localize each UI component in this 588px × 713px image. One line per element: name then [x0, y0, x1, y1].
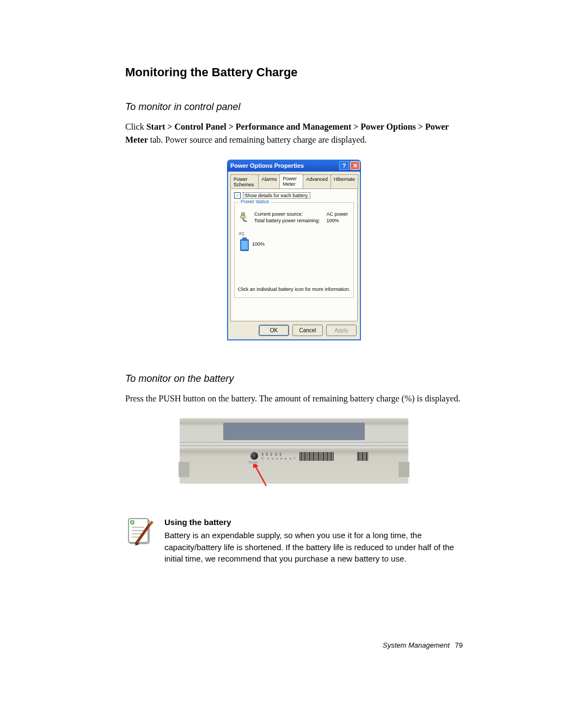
- section1-title: To monitor in control panel: [125, 101, 463, 113]
- led-strip: ▮ ▮ ▮ ▮ ▮ E ◂ ◂ ◂ ◂ ◂ ◂ F: [261, 452, 297, 461]
- battery-groove-2: [180, 446, 408, 447]
- tab-advanced[interactable]: Advanced: [303, 174, 331, 189]
- tab-power-meter[interactable]: Power Meter: [279, 174, 303, 188]
- checkbox-icon[interactable]: ✓: [234, 192, 241, 199]
- tab-hibernate[interactable]: Hibernate: [330, 174, 358, 189]
- total-remaining-value: 100%: [327, 218, 349, 223]
- footer-label: System Management: [383, 641, 450, 649]
- ok-button[interactable]: OK: [259, 325, 289, 336]
- checkbox-label: Show details for each battery.: [243, 192, 310, 199]
- group-title: Power status: [239, 199, 271, 204]
- battery-end-left: [179, 462, 189, 477]
- barcode-2: [357, 452, 379, 461]
- note-title: Using the battery: [164, 516, 463, 528]
- svg-rect-1: [242, 237, 247, 239]
- battery-percent: 100%: [252, 241, 265, 247]
- cancel-button[interactable]: Cancel: [292, 325, 323, 336]
- footer: System Management 79: [125, 641, 463, 649]
- power-status-group: Power status Current power source: AC po…: [234, 202, 354, 298]
- section2-title: To monitor on the battery: [125, 373, 463, 385]
- plug-icon: [239, 211, 251, 223]
- tab-strip: Power Schemes Alarms Power Meter Advance…: [230, 174, 358, 188]
- push-button[interactable]: [250, 452, 258, 460]
- total-remaining-label: Total battery power remaining:: [254, 218, 321, 223]
- status-row: Current power source: AC power Total bat…: [239, 211, 349, 223]
- tab-power-schemes[interactable]: Power Schemes: [230, 174, 259, 189]
- section1-text: Click Start > Control Panel > Performanc…: [125, 120, 463, 147]
- apply-button[interactable]: Apply: [326, 325, 357, 336]
- dialog-wrap: Power Options Properties ? ✕ Power Schem…: [125, 160, 463, 340]
- battery-photo-wrap: PUSH ▮ ▮ ▮ ▮ ▮ E ◂ ◂ ◂ ◂ ◂ ◂ F: [125, 418, 463, 484]
- battery-groove-1: [180, 442, 408, 444]
- note-body: Using the battery Battery is an expendab…: [164, 516, 463, 565]
- battery-end-right: [399, 462, 409, 477]
- battery-photo: PUSH ▮ ▮ ▮ ▮ ▮ E ◂ ◂ ◂ ◂ ◂ ◂ F: [180, 418, 408, 484]
- titlebar-text: Power Options Properties: [230, 162, 304, 169]
- section1-intro-post: tab. Power source and remaining battery …: [148, 135, 367, 144]
- current-source-label: Current power source:: [254, 211, 321, 217]
- section2-text: Press the PUSH button on the battery. Th…: [125, 392, 463, 405]
- note-icon: [125, 516, 156, 565]
- svg-rect-0: [241, 215, 246, 218]
- close-button[interactable]: ✕: [350, 161, 360, 170]
- show-details-checkbox-row[interactable]: ✓ Show details for each battery.: [234, 192, 354, 199]
- tab-alarms[interactable]: Alarms: [258, 174, 280, 189]
- main-heading: Monitoring the Battery Charge: [125, 65, 463, 80]
- dialog-body: Power Schemes Alarms Power Meter Advance…: [227, 172, 361, 340]
- power-options-dialog: Power Options Properties ? ✕ Power Schem…: [227, 160, 361, 340]
- tab-content: ✓ Show details for each battery. Power s…: [230, 188, 358, 321]
- svg-rect-3: [241, 241, 248, 249]
- help-button[interactable]: ?: [339, 161, 349, 170]
- section1-intro-pre: Click: [125, 122, 146, 131]
- note-block: Using the battery Battery is an expendab…: [125, 516, 463, 565]
- footer-page-number: 79: [455, 641, 463, 649]
- battery-label-panel: [223, 423, 365, 440]
- battery-number: #1: [239, 231, 349, 236]
- barcode-1: [299, 452, 350, 461]
- titlebar[interactable]: Power Options Properties ? ✕: [227, 160, 361, 172]
- page-content: Monitoring the Battery Charge To monitor…: [0, 0, 588, 682]
- battery-icon[interactable]: [239, 237, 250, 251]
- note-text: Battery is an expendable supply, so when…: [164, 529, 463, 565]
- hint-text: Click an individual battery icon for mor…: [235, 287, 353, 292]
- dialog-buttons: OK Cancel Apply: [230, 321, 358, 337]
- current-source-value: AC power: [327, 211, 349, 217]
- battery-block: #1 100%: [239, 231, 349, 251]
